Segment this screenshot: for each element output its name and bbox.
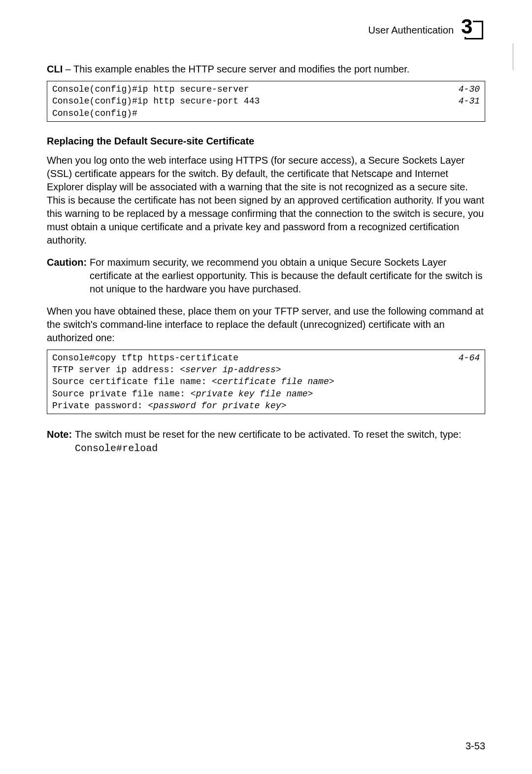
cli-intro: CLI – This example enables the HTTP secu… (47, 63, 485, 76)
caution-label: Caution: (47, 256, 90, 296)
paragraph-2: When you have obtained these, place them… (47, 305, 485, 345)
caution-block: Caution: For maximum security, we recomm… (47, 256, 485, 296)
code-row: Source certificate file name: <certifica… (52, 376, 480, 387)
code-row: TFTP server ip address: <server ip-addre… (52, 364, 480, 376)
note-label: Note: (47, 428, 75, 455)
chapter-badge: 3 (460, 17, 485, 43)
code-block-1: Console(config)#ip http secure-server 4-… (47, 81, 485, 122)
page-number: 3-53 (466, 740, 485, 752)
code-text: Private password: <password for private … (52, 400, 286, 412)
caution-text: For maximum security, we recommend you o… (90, 256, 485, 296)
cli-intro-text: – This example enables the HTTP secure s… (63, 64, 409, 74)
chapter-number: 3 (461, 16, 473, 37)
code-row: Console#copy tftp https-certificate 4-64 (52, 352, 480, 364)
header-divider (513, 43, 513, 70)
code-ref: 4-30 (459, 83, 480, 95)
code-ref: 4-64 (459, 352, 480, 364)
code-row: Console(config)#ip http secure-server 4-… (52, 83, 480, 95)
code-row: Private password: <password for private … (52, 400, 480, 412)
code-ref: 4-31 (459, 95, 480, 107)
paragraph-1: When you log onto the web interface usin… (47, 154, 485, 247)
subheading: Replacing the Default Secure-site Certif… (47, 136, 485, 147)
code-block-2: Console#copy tftp https-certificate 4-64… (47, 350, 485, 414)
page-header: User Authentication 3 (47, 17, 485, 43)
code-row: Console(config)# (52, 107, 480, 119)
note-block: Note: The switch must be reset for the n… (47, 428, 485, 455)
cli-label: CLI (47, 64, 63, 74)
header-section-title: User Authentication (368, 25, 454, 36)
code-text: Source private file name: <private key f… (52, 388, 313, 400)
code-text: TFTP server ip address: <server ip-addre… (52, 364, 281, 376)
code-text: Console#copy tftp https-certificate (52, 352, 238, 364)
code-text: Console(config)# (52, 107, 137, 119)
code-row: Source private file name: <private key f… (52, 388, 480, 400)
code-text: Console(config)#ip http secure-server (52, 83, 249, 95)
inline-code: Console#reload (75, 443, 158, 454)
code-text: Source certificate file name: <certifica… (52, 376, 334, 387)
code-row: Console(config)#ip http secure-port 443 … (52, 95, 480, 107)
note-text: The switch must be reset for the new cer… (75, 428, 485, 455)
code-text: Console(config)#ip http secure-port 443 (52, 95, 260, 107)
